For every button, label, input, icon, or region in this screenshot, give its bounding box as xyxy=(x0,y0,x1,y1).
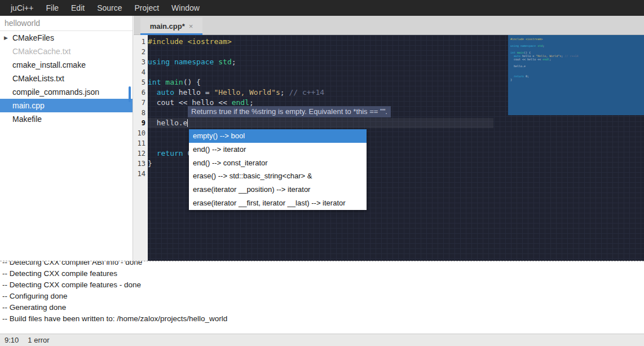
code-editor[interactable]: 1234567891011121314 #include <iostream>u… xyxy=(133,35,644,261)
autocomplete-popup: empty() --> boolend() --> iteratorend() … xyxy=(189,129,367,210)
menu-item-window[interactable]: Window xyxy=(165,0,206,16)
code-token: hello.e xyxy=(148,119,187,127)
build-output-panel[interactable]: -- Detecting CXX compiler ABI info - don… xyxy=(0,261,644,334)
menu-item-edit[interactable]: Edit xyxy=(65,0,91,16)
line-number: 7 xyxy=(133,98,148,108)
code-token xyxy=(148,88,157,97)
text-caret xyxy=(187,119,188,127)
expander-triangle-icon[interactable]: ▶ xyxy=(4,31,8,45)
autocomplete-item[interactable]: end() --> iterator xyxy=(189,143,367,156)
code-token: cout << hello << xyxy=(148,98,232,107)
file-tree-sidebar: helloworld ▶CMakeFilesCMakeCache.txtcmak… xyxy=(0,16,133,261)
code-token: ; xyxy=(249,98,254,107)
sidebar-item-compile-commands-json[interactable]: compile_commands.json xyxy=(0,85,133,99)
terminal-output-line: -- Detecting CXX compile features xyxy=(2,268,644,279)
tab-bar: main.cpp* × xyxy=(134,16,644,35)
autocomplete-item[interactable]: erase(iterator __position) --> iterator xyxy=(189,183,367,196)
terminal-output-line: -- Detecting CXX compile features - done xyxy=(2,279,644,291)
line-number: 2 xyxy=(133,47,148,57)
menu-item-source[interactable]: Source xyxy=(91,0,128,16)
tab-label: main.cpp* xyxy=(150,22,185,30)
cursor-position: 9:10 xyxy=(5,336,19,344)
line-number: 1 xyxy=(133,37,148,47)
terminal-output-line: -- Generating done xyxy=(2,302,644,313)
code-line: int main() { xyxy=(148,77,508,87)
file-label: main.cpp xyxy=(12,101,45,110)
autocomplete-item[interactable]: end() --> const_iterator xyxy=(189,156,367,170)
autocomplete-item[interactable]: erase() --> std::basic_string<char> & xyxy=(189,169,367,183)
code-token: namespace xyxy=(174,58,214,66)
line-number: 9 xyxy=(133,118,148,128)
sidebar-item-cmakecache-txt[interactable]: CMakeCache.txt xyxy=(0,45,133,58)
code-token: return xyxy=(157,149,183,157)
line-number: 10 xyxy=(133,128,148,138)
code-token: std xyxy=(218,58,231,66)
file-label: cmake_install.cmake xyxy=(12,60,86,69)
sidebar-item-main-cpp[interactable]: main.cpp xyxy=(0,99,133,112)
line-number: 14 xyxy=(133,169,148,179)
autocomplete-item[interactable]: empty() --> bool xyxy=(189,129,367,143)
code-token: } xyxy=(148,159,152,168)
code-token: ; xyxy=(280,88,289,97)
menubar: juCi++FileEditSourceProjectWindow xyxy=(0,0,644,16)
code-token: #include <iostream> xyxy=(148,37,232,46)
code-token xyxy=(170,58,174,66)
terminal-output-line: -- Detecting CXX compiler ABI info - don… xyxy=(2,261,644,268)
sidebar-item-cmakefiles[interactable]: ▶CMakeFiles xyxy=(0,31,133,45)
menu-item-file[interactable]: File xyxy=(39,0,65,16)
code-token: endl xyxy=(232,98,249,107)
line-number: 4 xyxy=(133,67,148,77)
code-token: () { xyxy=(183,78,201,86)
file-label: CMakeFiles xyxy=(12,33,54,42)
sidebar-scrollbar-handle[interactable] xyxy=(129,86,131,102)
file-label: Makefile xyxy=(12,115,42,124)
minimap-code: #include <iostream> using namespace std;… xyxy=(510,37,578,85)
code-token: main xyxy=(165,78,183,86)
line-number: 8 xyxy=(133,108,148,118)
line-number-gutter: 1234567891011121314 xyxy=(133,35,148,261)
code-token: using xyxy=(148,58,170,66)
menu-item-juci[interactable]: juCi++ xyxy=(5,0,39,16)
code-token: int xyxy=(148,78,161,86)
sidebar-item-cmakelists-txt[interactable]: CMakeLists.txt xyxy=(0,72,133,85)
tab-close-icon[interactable]: × xyxy=(189,22,193,30)
doc-tooltip: Returns true if the %string is empty. Eq… xyxy=(188,106,391,117)
terminal-output-line: -- Build files have been written to: /ho… xyxy=(2,313,644,325)
file-label: compile_commands.json xyxy=(12,87,99,97)
minimap-line xyxy=(510,81,578,85)
line-number: 3 xyxy=(133,57,148,67)
file-tree: ▶CMakeFilesCMakeCache.txtcmake_install.c… xyxy=(0,31,133,126)
line-number: 11 xyxy=(133,138,148,148)
code-token: // c++14 xyxy=(289,88,324,97)
file-label: CMakeLists.txt xyxy=(12,74,64,83)
app-window: juCi++FileEditSourceProjectWindow hellow… xyxy=(0,0,644,346)
line-number: 12 xyxy=(133,148,148,159)
menu-item-project[interactable]: Project xyxy=(129,0,166,16)
code-line: auto hello = "Hello, World"s; // c++14 xyxy=(148,87,508,98)
error-count-badge: 1 error xyxy=(28,336,49,344)
status-bar: 9:10 1 error xyxy=(0,334,644,346)
file-label: CMakeCache.txt xyxy=(12,47,70,56)
line-number: 6 xyxy=(133,87,148,98)
code-token: auto xyxy=(157,88,174,97)
code-line xyxy=(148,47,508,57)
line-number: 13 xyxy=(133,159,148,169)
code-token: ; xyxy=(232,58,236,66)
project-name: helloworld xyxy=(0,16,133,31)
sidebar-item-makefile[interactable]: Makefile xyxy=(0,112,133,126)
tab-main-cpp[interactable]: main.cpp* × xyxy=(140,17,202,35)
code-token: hello = xyxy=(174,88,214,97)
autocomplete-item[interactable]: erase(iterator __first, iterator __last)… xyxy=(189,196,367,210)
minimap[interactable]: #include <iostream> using namespace std;… xyxy=(508,35,644,261)
code-token: "Hello, World"s xyxy=(214,88,280,97)
code-token xyxy=(148,149,157,157)
terminal-output-line: -- Configuring done xyxy=(2,291,644,302)
line-number: 5 xyxy=(133,77,148,87)
code-line: hello.e xyxy=(148,118,508,128)
sidebar-item-cmake-install-cmake[interactable]: cmake_install.cmake xyxy=(0,58,133,72)
code-line xyxy=(148,67,508,77)
code-line: #include <iostream> xyxy=(148,37,508,47)
code-line: using namespace std; xyxy=(148,57,508,67)
